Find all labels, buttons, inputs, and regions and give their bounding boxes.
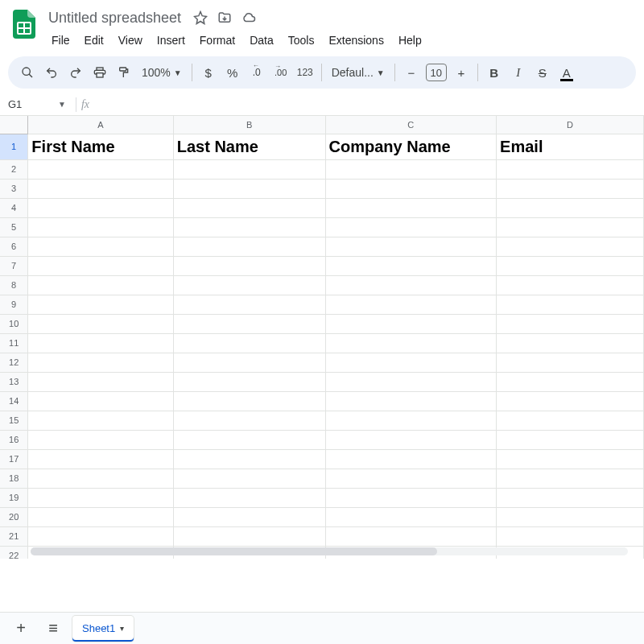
row-header-3[interactable]: 3 xyxy=(0,179,28,198)
cell-D21[interactable] xyxy=(497,526,644,546)
cell-D1[interactable]: Email xyxy=(497,134,644,159)
cell-A10[interactable] xyxy=(28,314,173,333)
cell-C14[interactable] xyxy=(325,391,497,411)
row-header-13[interactable]: 13 xyxy=(0,372,28,391)
font-size-input[interactable] xyxy=(426,64,447,81)
cell-C13[interactable] xyxy=(325,372,497,391)
menu-tools[interactable]: Tools xyxy=(282,31,321,50)
cell-B4[interactable] xyxy=(173,198,325,217)
decrease-decimal-button[interactable]: .0← xyxy=(246,61,268,84)
cell-B21[interactable] xyxy=(173,526,325,546)
increase-decimal-button[interactable]: .00→ xyxy=(270,61,292,84)
zoom-select[interactable]: 100%▼ xyxy=(137,66,187,79)
format-percent-button[interactable]: % xyxy=(221,61,244,84)
cell-C3[interactable] xyxy=(325,179,497,198)
row-header-17[interactable]: 17 xyxy=(0,449,28,469)
spreadsheet-grid[interactable]: ABCD1First NameLast NameCompany NameEmai… xyxy=(0,116,644,559)
all-sheets-button[interactable]: ≡ xyxy=(40,616,66,642)
cell-C2[interactable] xyxy=(325,159,497,179)
row-header-4[interactable]: 4 xyxy=(0,198,28,217)
redo-icon[interactable] xyxy=(64,61,87,84)
cell-C4[interactable] xyxy=(325,198,497,217)
document-title[interactable]: Untitled spreadsheet xyxy=(45,8,184,28)
increase-font-size-button[interactable]: + xyxy=(450,61,473,84)
cell-D4[interactable] xyxy=(497,198,644,217)
cell-C16[interactable] xyxy=(325,430,497,449)
row-header-22[interactable]: 22 xyxy=(0,546,28,559)
sheets-logo-icon[interactable] xyxy=(10,10,39,39)
cell-A11[interactable] xyxy=(28,333,173,353)
cell-D16[interactable] xyxy=(497,430,644,449)
cell-D7[interactable] xyxy=(497,256,644,275)
cell-D3[interactable] xyxy=(497,179,644,198)
strikethrough-button[interactable]: S xyxy=(531,61,554,84)
row-header-18[interactable]: 18 xyxy=(0,469,28,488)
row-header-5[interactable]: 5 xyxy=(0,217,28,237)
cell-A15[interactable] xyxy=(28,411,173,430)
cell-B16[interactable] xyxy=(173,430,325,449)
formula-bar[interactable] xyxy=(94,98,644,110)
text-color-button[interactable]: A xyxy=(555,61,578,84)
move-folder-icon[interactable] xyxy=(217,10,233,26)
cell-C17[interactable] xyxy=(325,449,497,469)
cell-D9[interactable] xyxy=(497,295,644,314)
scrollbar-thumb[interactable] xyxy=(31,547,437,555)
cell-B13[interactable] xyxy=(173,372,325,391)
add-sheet-button[interactable]: + xyxy=(8,616,34,642)
cell-D17[interactable] xyxy=(497,449,644,469)
cell-D20[interactable] xyxy=(497,507,644,526)
row-header-6[interactable]: 6 xyxy=(0,237,28,256)
cell-A14[interactable] xyxy=(28,391,173,411)
cell-B8[interactable] xyxy=(173,275,325,295)
star-icon[interactable] xyxy=(192,10,208,26)
row-header-21[interactable]: 21 xyxy=(0,526,28,546)
cell-D15[interactable] xyxy=(497,411,644,430)
cell-D13[interactable] xyxy=(497,372,644,391)
cell-C12[interactable] xyxy=(325,353,497,372)
cell-D8[interactable] xyxy=(497,275,644,295)
cell-A4[interactable] xyxy=(28,198,173,217)
menu-edit[interactable]: Edit xyxy=(78,31,110,50)
column-header-C[interactable]: C xyxy=(325,116,497,134)
number-format-button[interactable]: 123 xyxy=(294,61,316,84)
column-header-D[interactable]: D xyxy=(497,116,644,134)
cell-D6[interactable] xyxy=(497,237,644,256)
name-box[interactable] xyxy=(5,98,53,110)
menu-extensions[interactable]: Extensions xyxy=(322,31,390,50)
menu-insert[interactable]: Insert xyxy=(151,31,192,50)
search-icon[interactable] xyxy=(16,61,39,84)
cell-B14[interactable] xyxy=(173,391,325,411)
print-icon[interactable] xyxy=(89,61,111,84)
font-family-select[interactable]: Defaul...▼ xyxy=(327,66,390,79)
cell-A19[interactable] xyxy=(28,488,173,507)
cell-C6[interactable] xyxy=(325,237,497,256)
row-header-8[interactable]: 8 xyxy=(0,275,28,295)
cell-C8[interactable] xyxy=(325,275,497,295)
row-header-11[interactable]: 11 xyxy=(0,333,28,353)
cell-D12[interactable] xyxy=(497,353,644,372)
select-all-corner[interactable] xyxy=(0,116,28,134)
paint-format-icon[interactable] xyxy=(113,61,135,84)
row-header-19[interactable]: 19 xyxy=(0,488,28,507)
cell-B2[interactable] xyxy=(173,159,325,179)
cell-D14[interactable] xyxy=(497,391,644,411)
cell-C1[interactable]: Company Name xyxy=(325,134,497,159)
cell-C18[interactable] xyxy=(325,469,497,488)
cell-C15[interactable] xyxy=(325,411,497,430)
cell-C20[interactable] xyxy=(325,507,497,526)
cell-A5[interactable] xyxy=(28,217,173,237)
cell-A7[interactable] xyxy=(28,256,173,275)
cell-B3[interactable] xyxy=(173,179,325,198)
cell-C5[interactable] xyxy=(325,217,497,237)
cell-B7[interactable] xyxy=(173,256,325,275)
menu-help[interactable]: Help xyxy=(392,31,428,50)
column-header-A[interactable]: A xyxy=(28,116,173,134)
cell-B17[interactable] xyxy=(173,449,325,469)
cell-A12[interactable] xyxy=(28,353,173,372)
cell-B20[interactable] xyxy=(173,507,325,526)
cell-D5[interactable] xyxy=(497,217,644,237)
cell-B6[interactable] xyxy=(173,237,325,256)
cell-C21[interactable] xyxy=(325,526,497,546)
cell-B1[interactable]: Last Name xyxy=(173,134,325,159)
menu-format[interactable]: Format xyxy=(193,31,242,50)
